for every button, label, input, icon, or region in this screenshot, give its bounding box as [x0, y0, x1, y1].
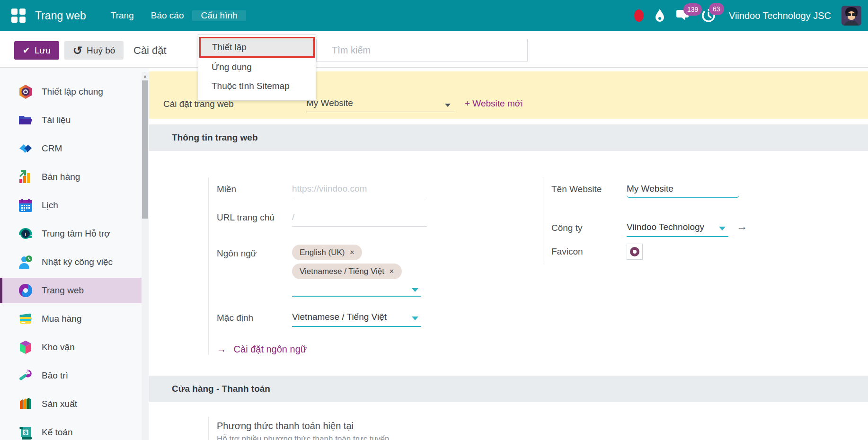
activity-badge: 63 [709, 3, 724, 15]
purchase-icon [18, 311, 33, 326]
website-select[interactable]: My Website [306, 95, 455, 112]
default-language-label: Mặc định [217, 309, 292, 335]
breadcrumb: Cài đặt [133, 44, 167, 57]
homepage-url-label: URL trang chủ [217, 209, 292, 245]
sidebar-item-inventory[interactable]: Kho vận [0, 334, 142, 360]
sidebar-item-crm[interactable]: CRM [0, 136, 142, 161]
homepage-url-input[interactable]: / [292, 209, 427, 227]
sidebar-item-sales[interactable]: Bán hàng [0, 164, 142, 190]
control-bar: ✔ Lưu ↺ Huỷ bỏ Cài đặt [0, 31, 868, 68]
sidebar-item-website[interactable]: Trang web [0, 278, 142, 303]
top-navbar: Trang web Trang Báo cáo Cấu hình 139 63 … [0, 0, 868, 31]
inventory-icon [18, 340, 33, 355]
activity-clock-icon[interactable]: 63 [701, 9, 716, 23]
sidebar-item-accounting[interactable]: $ Kế toán [0, 420, 142, 440]
sidebar-item-documents[interactable]: Tài liệu [0, 107, 142, 133]
payment-subtext: Hỗ trợ nhiều phương thức thanh toán trực… [217, 434, 634, 440]
undo-icon: ↺ [73, 44, 82, 57]
drop-icon[interactable] [654, 9, 665, 23]
apps-grid-icon[interactable] [11, 9, 26, 23]
menu-item-settings[interactable]: Thiết lập [199, 37, 315, 58]
general-settings-icon [18, 84, 33, 99]
sidebar-item-general-settings[interactable]: Thiết lập chung [0, 79, 142, 105]
add-language-select[interactable] [292, 282, 421, 297]
website-info-right-column: Tên Website My Website Công ty Viindoo T… [543, 177, 808, 264]
messages-icon[interactable]: 139 [676, 9, 691, 22]
nav-item-pages[interactable]: Trang [102, 10, 142, 21]
calendar-icon [18, 198, 33, 213]
languages-label: Ngôn ngữ [217, 245, 292, 309]
website-icon [18, 283, 33, 298]
maintenance-icon [18, 368, 33, 383]
avatar[interactable] [841, 6, 861, 26]
scroll-up-arrow-icon[interactable]: ▲ [143, 74, 147, 79]
website-name-label: Tên Website [551, 180, 627, 219]
configuration-dropdown-menu: Thiết lập Ứng dụng Thuộc tính Sitemap [198, 35, 316, 101]
company-label: Công ty [551, 219, 627, 243]
sidebar-item-calendar[interactable]: Lịch [0, 193, 142, 218]
manufacturing-icon [18, 396, 33, 412]
section-shop-payment: Cửa hàng - Thanh toán [149, 376, 868, 402]
save-button[interactable]: ✔ Lưu [14, 41, 59, 60]
language-settings-link[interactable]: → Cài đặt ngôn ngữ [217, 344, 440, 355]
check-icon: ✔ [23, 45, 30, 56]
website-info-left-column: Miền https://viindoo.com URL trang chủ /… [208, 177, 440, 355]
domain-input[interactable]: https://viindoo.com [292, 180, 427, 198]
svg-text:$: $ [24, 430, 27, 435]
sidebar-item-manufacturing[interactable]: Sản xuất [0, 391, 142, 417]
sales-icon [18, 169, 33, 185]
menu-item-apps[interactable]: Ứng dụng [198, 58, 316, 77]
website-name-input[interactable]: My Website [627, 180, 739, 198]
nav-item-configuration[interactable]: Cấu hình [192, 10, 246, 21]
sidebar-scrollbar[interactable]: ▲ [142, 72, 149, 440]
user-company-name[interactable]: Viindoo Technology JSC [729, 10, 831, 21]
remove-tag-icon[interactable]: ✕ [349, 249, 354, 256]
helpdesk-icon: i [18, 226, 33, 241]
chevron-down-icon [412, 288, 418, 292]
crm-icon [18, 141, 33, 156]
language-tag: English (UK) ✕ [292, 245, 362, 260]
payment-block: Phương thức thanh toán hiện tại Hỗ trợ n… [208, 417, 634, 440]
chevron-down-icon [445, 104, 451, 107]
favicon-image[interactable] [627, 244, 643, 260]
svg-text:i: i [25, 230, 27, 238]
settings-content: Cài đặt trang web My Website + Website m… [149, 68, 868, 440]
section-website-info: Thông tin trang web [149, 124, 868, 151]
chevron-down-icon [719, 227, 726, 230]
timesheet-icon [18, 255, 33, 270]
new-website-link[interactable]: + Website mới [465, 98, 523, 109]
favicon-label: Favicon [551, 243, 627, 264]
search-input[interactable] [316, 39, 528, 62]
payment-heading: Phương thức thanh toán hiện tại [217, 421, 634, 431]
sidebar-item-helpdesk[interactable]: i Trung tâm Hỗ trợ [0, 221, 142, 246]
menu-item-sitemap-properties[interactable]: Thuộc tính Sitemap [198, 77, 316, 96]
remove-tag-icon[interactable]: ✕ [389, 268, 394, 275]
settings-sidebar: Thiết lập chung Tài liệu CRM Bán hàng Lị… [0, 68, 149, 440]
domain-label: Miền [217, 180, 292, 209]
favicon-ring-icon [630, 247, 639, 256]
messages-badge: 139 [683, 3, 702, 16]
chevron-down-icon [412, 317, 418, 320]
discard-button[interactable]: ↺ Huỷ bỏ [64, 41, 124, 60]
accounting-icon: $ [18, 425, 33, 440]
nav-item-reports[interactable]: Báo cáo [142, 10, 193, 21]
default-language-select[interactable]: Vietnamese / Tiếng Việt [292, 309, 421, 327]
language-tag: Vietnamese / Tiếng Việt ✕ [292, 264, 402, 279]
right-arrow-icon: → [217, 344, 226, 354]
app-title[interactable]: Trang web [35, 9, 86, 22]
record-dot-icon[interactable] [634, 9, 644, 22]
company-select[interactable]: Viindoo Technology [627, 219, 728, 237]
scrollbar-thumb[interactable] [142, 80, 148, 219]
documents-icon [18, 113, 33, 128]
sidebar-item-timesheet[interactable]: Nhật ký công việc [0, 249, 142, 275]
internal-link-arrow-icon[interactable]: → [736, 220, 747, 233]
sidebar-item-maintenance[interactable]: Bảo trì [0, 363, 142, 388]
sidebar-item-purchase[interactable]: Mua hàng [0, 306, 142, 332]
